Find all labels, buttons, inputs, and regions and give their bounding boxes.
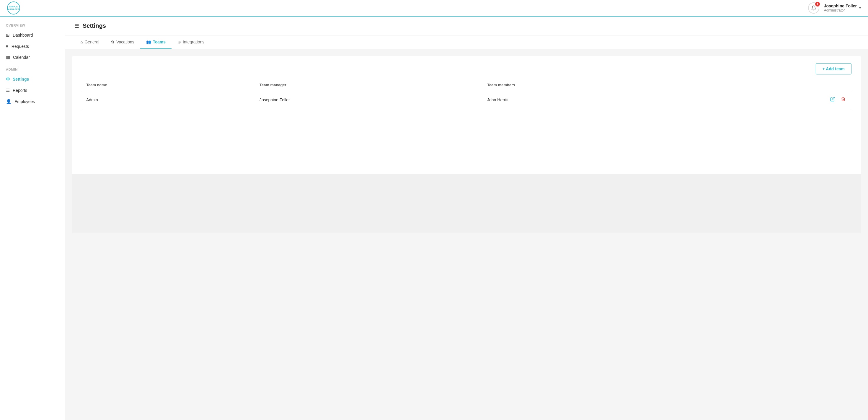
sidebar-item-dashboard[interactable]: ⊞ Dashboard bbox=[0, 30, 65, 41]
add-team-label: + Add team bbox=[823, 66, 845, 71]
topbar-right: 1 Josephine Foller Administrator ▾ bbox=[808, 2, 861, 13]
col-header-team-members: Team members bbox=[483, 79, 696, 91]
sidebar-overview-label: Overview bbox=[0, 24, 65, 30]
tab-vacations-label: Vacations bbox=[116, 39, 134, 44]
teams-table: Team name Team manager Team members Admi… bbox=[82, 79, 851, 109]
teams-tbody: Admin Josephine Foller John Herritt bbox=[82, 91, 851, 109]
sidebar-item-calendar[interactable]: ▦ Calendar bbox=[0, 52, 65, 63]
delete-team-button[interactable] bbox=[840, 96, 847, 104]
logo-text-line2: MANAGER bbox=[8, 8, 20, 10]
user-name: Josephine Foller bbox=[824, 4, 857, 8]
bell-icon bbox=[811, 5, 816, 11]
tab-teams-label: Teams bbox=[153, 39, 166, 44]
cell-team-name: Admin bbox=[82, 91, 255, 109]
user-menu[interactable]: Josephine Foller Administrator ▾ bbox=[824, 4, 861, 12]
cell-team-members: John Herritt bbox=[483, 91, 696, 109]
reports-icon: ☰ bbox=[6, 88, 10, 93]
edit-team-button[interactable] bbox=[829, 96, 836, 104]
chevron-down-icon: ▾ bbox=[859, 6, 861, 10]
tab-teams[interactable]: 👥 Teams bbox=[140, 35, 172, 49]
pencil-icon bbox=[830, 97, 835, 101]
app-body: Overview ⊞ Dashboard ≡ Requests ▦ Calend… bbox=[0, 17, 868, 420]
sidebar-item-reports[interactable]: ☰ Reports bbox=[0, 85, 65, 96]
logo-circle: SIMPLE MANAGER bbox=[7, 1, 20, 14]
general-tab-icon: ⌂ bbox=[80, 39, 83, 44]
integrations-tab-icon: ⊕ bbox=[178, 39, 181, 44]
calendar-icon: ▦ bbox=[6, 55, 10, 60]
logo: SIMPLE MANAGER bbox=[7, 1, 20, 14]
sidebar-label-reports: Reports bbox=[13, 88, 27, 93]
tab-vacations[interactable]: ✿ Vacations bbox=[105, 35, 140, 49]
table-row: Admin Josephine Foller John Herritt bbox=[82, 91, 851, 109]
sidebar-item-settings[interactable]: ⚙ Settings bbox=[0, 73, 65, 85]
settings-icon: ⚙ bbox=[6, 77, 10, 82]
logo-text-line1: SIMPLE bbox=[9, 6, 18, 8]
page-header: ☰ Settings bbox=[65, 17, 868, 35]
col-header-team-name: Team name bbox=[82, 79, 255, 91]
sidebar-label-employees: Employees bbox=[14, 99, 35, 104]
tabs-container: ⌂ General ✿ Vacations 👥 Teams ⊕ Integrat… bbox=[65, 35, 868, 49]
sidebar-item-employees[interactable]: 👤 Employees bbox=[0, 96, 65, 107]
tab-integrations-label: Integrations bbox=[183, 39, 204, 44]
page-title: Settings bbox=[83, 23, 106, 29]
topbar: SIMPLE MANAGER 1 Josephine Foller Admini… bbox=[0, 0, 868, 17]
add-team-button[interactable]: + Add team bbox=[816, 63, 851, 74]
hamburger-icon[interactable]: ☰ bbox=[74, 23, 79, 29]
sidebar-label-requests: Requests bbox=[11, 44, 29, 49]
vacations-tab-icon: ✿ bbox=[111, 39, 115, 44]
col-header-actions bbox=[696, 79, 852, 91]
main-content: ☰ Settings ⌂ General ✿ Vacations 👥 Teams… bbox=[65, 17, 868, 420]
teams-tab-icon: 👥 bbox=[146, 39, 151, 44]
tab-integrations[interactable]: ⊕ Integrations bbox=[172, 35, 210, 49]
tab-general[interactable]: ⌂ General bbox=[74, 35, 105, 49]
tab-general-label: General bbox=[85, 39, 99, 44]
notification-badge: 1 bbox=[815, 2, 820, 6]
sidebar-admin-label: Admin bbox=[0, 68, 65, 73]
sidebar-label-calendar: Calendar bbox=[13, 55, 30, 60]
cell-actions bbox=[696, 91, 852, 109]
cell-team-manager: Josephine Foller bbox=[255, 91, 483, 109]
sidebar-label-dashboard: Dashboard bbox=[13, 33, 33, 37]
table-head: Team name Team manager Team members bbox=[82, 79, 851, 91]
bottom-area bbox=[72, 174, 861, 233]
teams-content: + Add team Team name Team manager Team m… bbox=[72, 56, 861, 174]
col-header-team-manager: Team manager bbox=[255, 79, 483, 91]
sidebar-label-settings: Settings bbox=[13, 77, 29, 82]
action-row: + Add team bbox=[72, 56, 861, 79]
dashboard-icon: ⊞ bbox=[6, 32, 10, 38]
trash-icon bbox=[841, 97, 845, 101]
requests-icon: ≡ bbox=[6, 44, 8, 49]
sidebar-item-requests[interactable]: ≡ Requests bbox=[0, 41, 65, 52]
user-role: Administrator bbox=[824, 8, 857, 12]
teams-table-wrapper: Team name Team manager Team members Admi… bbox=[72, 79, 861, 118]
sidebar: Overview ⊞ Dashboard ≡ Requests ▦ Calend… bbox=[0, 17, 65, 420]
employees-icon: 👤 bbox=[6, 99, 11, 104]
notification-button[interactable]: 1 bbox=[808, 2, 819, 13]
